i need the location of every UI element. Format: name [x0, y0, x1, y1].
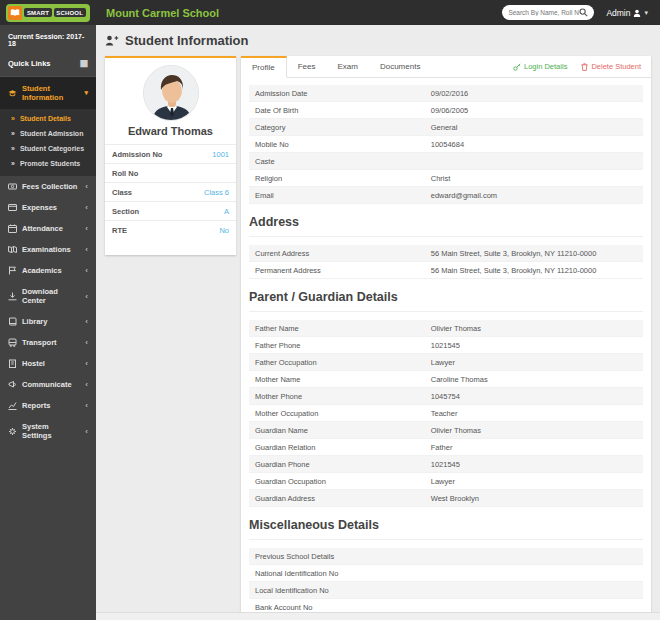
sidebar-item-reports[interactable]: Reports ‹	[0, 395, 96, 416]
sidebar-item-student-details[interactable]: » Student Details	[0, 111, 96, 126]
money-icon	[8, 182, 17, 191]
sidebar-item-communicate[interactable]: Communicate ‹	[0, 374, 96, 395]
summary-label: RTE	[112, 226, 127, 235]
sidebar-item-hostel[interactable]: Hostel ‹	[0, 353, 96, 374]
sidebar-item-label: Download Center	[22, 287, 80, 305]
current-session: Current Session: 2017-18	[0, 25, 96, 53]
chevron-left-icon: ‹	[85, 338, 88, 347]
row-value: Father	[431, 443, 637, 452]
sidebar-item-label: Communicate	[22, 380, 72, 389]
tab-exam[interactable]: Exam	[326, 56, 368, 77]
sidebar-item-transport[interactable]: Transport ‹	[0, 332, 96, 353]
sidebar-item-download-center[interactable]: Download Center ‹	[0, 281, 96, 311]
table-row: Religion Christ	[249, 170, 643, 187]
row-value	[431, 603, 637, 612]
chevron-left-icon: ‹	[85, 224, 88, 233]
row-value: 56 Main Street, Suite 3, Brooklyn, NY 11…	[431, 249, 637, 258]
sidebar-item-student-categories[interactable]: » Student Categories	[0, 141, 96, 156]
sidebar-item-fees-collection[interactable]: Fees Collection ‹	[0, 176, 96, 197]
admin-label: Admin	[606, 8, 630, 18]
sidebar-item-expenses[interactable]: Expenses ‹	[0, 197, 96, 218]
main-content: Student Information Edward Thoma	[96, 25, 660, 620]
key-icon	[513, 63, 521, 71]
row-label: Father Phone	[255, 341, 431, 350]
smart-school-logo[interactable]: SMART SCHOOL	[6, 4, 89, 22]
trash-icon	[581, 63, 588, 71]
summary-label: Section	[112, 207, 139, 216]
sidebar-item-attendance[interactable]: Attendance ‹	[0, 218, 96, 239]
row-value: 09/06/2005	[431, 106, 637, 115]
chevron-left-icon: ‹	[85, 317, 88, 326]
row-label: Admission Date	[255, 89, 431, 98]
tab-profile[interactable]: Profile	[241, 56, 287, 78]
table-row: Mother Name Caroline Thomas	[249, 371, 643, 388]
table-row: Guardian Address West Brooklyn	[249, 490, 643, 507]
grid-icon[interactable]: ▦	[79, 59, 88, 68]
summary-value: Class 6	[204, 188, 229, 197]
page-title: Student Information	[105, 33, 651, 48]
calendar-icon	[8, 224, 17, 233]
row-label: Email	[255, 191, 431, 200]
table-row: Category General	[249, 119, 643, 136]
table-row: Father Phone 1021545	[249, 337, 643, 354]
sidebar-item-system-settings[interactable]: System Settings ‹	[0, 416, 96, 446]
login-details-button[interactable]: Login Details	[513, 62, 567, 71]
footer-divider	[96, 612, 660, 620]
delete-student-label: Delete Student	[591, 62, 641, 71]
search-icon[interactable]	[579, 8, 588, 17]
row-value	[431, 586, 637, 595]
student-summary-list: Admission No 1001 Roll No Class Class 6	[105, 144, 236, 239]
row-value: 09/02/2016	[431, 89, 637, 98]
table-row: Email edward@gmail.com	[249, 187, 643, 204]
gears-icon	[8, 427, 17, 436]
student-name: Edward Thomas	[105, 124, 236, 144]
row-label: Bank Account No	[255, 603, 431, 612]
double-angle-icon: »	[11, 160, 15, 167]
sidebar-item-label: Reports	[22, 401, 50, 410]
sidebar-item-label: Expenses	[22, 203, 57, 212]
sidebar: Current Session: 2017-18 Quick Links ▦ S…	[0, 25, 96, 620]
row-value: Lawyer	[431, 358, 637, 367]
sidebar-item-student-admission[interactable]: » Student Admission	[0, 126, 96, 141]
summary-row: Section A	[105, 201, 236, 220]
sidebar-item-library[interactable]: Library ‹	[0, 311, 96, 332]
quick-links[interactable]: Quick Links ▦	[0, 53, 96, 77]
sidebar-item-promote-students[interactable]: » Promote Students	[0, 156, 96, 171]
global-search[interactable]	[502, 5, 594, 20]
sidebar-item-label: Hostel	[22, 359, 45, 368]
building-icon	[8, 359, 17, 368]
row-label: Mother Occupation	[255, 409, 431, 418]
summary-label: Class	[112, 188, 132, 197]
megaphone-icon	[8, 380, 17, 389]
table-row: Guardian Name Olivier Thomas	[249, 422, 643, 439]
table-row: Admission Date 09/02/2016	[249, 85, 643, 102]
chevron-left-icon: ‹	[85, 203, 88, 212]
row-label: Caste	[255, 157, 431, 166]
flag-icon	[8, 266, 17, 275]
summary-value: No	[219, 226, 229, 235]
sidebar-item-examinations[interactable]: Examinations ‹	[0, 239, 96, 260]
sidebar-item-label: Library	[22, 317, 47, 326]
row-label: Religion	[255, 174, 431, 183]
row-label: Permanent Address	[255, 266, 431, 275]
bus-icon	[8, 338, 17, 347]
chevron-down-icon: ▾	[644, 9, 648, 17]
table-row: Mobile No 10054684	[249, 136, 643, 153]
sidebar-item-label: Fees Collection	[22, 182, 77, 191]
admin-menu[interactable]: Admin ▾	[606, 8, 648, 18]
table-row: Father Name Olivier Thomas	[249, 320, 643, 337]
summary-value: 1001	[212, 150, 229, 159]
sidebar-item-student-information[interactable]: Student Information ▾	[0, 77, 96, 109]
delete-student-button[interactable]: Delete Student	[581, 62, 641, 71]
submenu-label: Student Details	[20, 115, 71, 122]
double-angle-icon: »	[11, 115, 15, 122]
search-input[interactable]	[508, 9, 579, 16]
sidebar-item-academics[interactable]: Academics ‹	[0, 260, 96, 281]
person-plus-icon	[105, 35, 119, 46]
tab-fees[interactable]: Fees	[287, 56, 327, 77]
table-row: Permanent Address 56 Main Street, Suite …	[249, 262, 643, 279]
miscellaneous-table: Previous School Details National Identif…	[249, 548, 643, 620]
tab-documents[interactable]: Documents	[369, 56, 431, 77]
row-value: Olivier Thomas	[431, 426, 637, 435]
table-row: Local Identification No	[249, 582, 643, 599]
